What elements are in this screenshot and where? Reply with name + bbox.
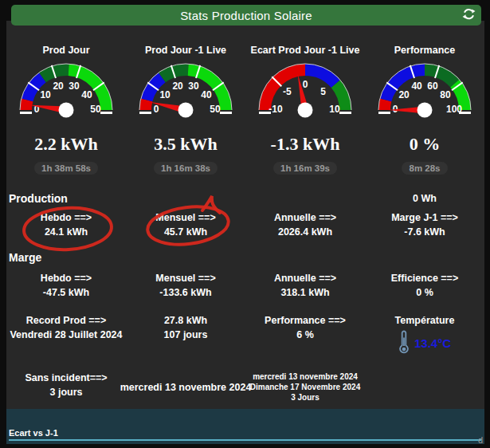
gauge-title: Prod Jour: [42, 45, 89, 57]
stat-marge-hebdo: Hebdo ==> -47.5 kWh: [6, 273, 126, 298]
gauge-title: Ecart Prod Jour -1 Live: [251, 45, 360, 57]
page-title: Stats Production Solaire: [180, 9, 312, 22]
stat-label: Mensuel ==>: [155, 212, 215, 223]
stat-value: -47.5 kWh: [43, 287, 89, 298]
gauge-prod-jour: Prod Jour 01020304050 2.2 kWh 1h 38m 58s: [6, 45, 126, 175]
stat-value: 2026.4 kWh: [278, 226, 332, 238]
stat-value: -7.6 kWh: [404, 226, 445, 238]
records-row: Record Prod ==> Vendredi 28 Juillet 2024…: [6, 315, 484, 357]
empty-cell: [365, 372, 484, 402]
ecart-chart-panel: Ecart vs J-1 d: [6, 409, 484, 444]
stat-efficience: Efficience ==> 0 %: [365, 273, 484, 298]
stats-card: Prod Jour 01020304050 2.2 kWh 1h 38m 58s…: [6, 21, 484, 444]
svg-text:10: 10: [40, 89, 51, 100]
svg-text:0: 0: [303, 79, 308, 90]
stat-marge-annuelle: Annuelle ==> 318.1 kWh: [245, 273, 365, 298]
gauge-value: 0 %: [410, 134, 441, 155]
incidents-row: Sans incident==> 3 jours mercredi 13 nov…: [6, 372, 484, 402]
instant-production-value: 0 Wh: [413, 193, 437, 204]
gauge-dial: 020406080100: [367, 61, 483, 126]
stat-label: Hebdo ==>: [41, 212, 92, 223]
stat-production-marge-j1: Marge J-1 ==> -7.6 kWh: [365, 212, 484, 238]
svg-text:30: 30: [188, 81, 199, 92]
stat-label: Marge J-1 ==>: [391, 212, 458, 223]
svg-text:80: 80: [440, 89, 451, 100]
stat-value: 3 jours: [50, 387, 83, 398]
svg-text:20: 20: [53, 81, 64, 92]
stat-label: Efficience ==>: [391, 273, 458, 284]
date-text: mercredi 13 novembre 2024: [120, 382, 252, 393]
svg-text:20: 20: [398, 89, 410, 100]
stat-value: Vendredi 28 Juillet 2024: [10, 329, 122, 340]
stat-production-mensuel: Mensuel ==> 45.7 kWh: [126, 212, 245, 238]
svg-text:100: 100: [446, 104, 462, 115]
stat-label: Annuelle ==>: [274, 212, 336, 223]
svg-text:10: 10: [159, 89, 171, 100]
stat-label: Performance ==>: [265, 315, 346, 326]
stat-sans-incident: Sans incident==> 3 jours: [6, 372, 126, 402]
stat-label: Sans incident==>: [25, 372, 107, 383]
stat-value: 45.7 kWh: [164, 226, 207, 238]
svg-text:10: 10: [329, 104, 340, 115]
date-range-block: mercredi 13 novembre 2024 Dimanche 17 No…: [245, 372, 365, 402]
production-section-label: Production: [6, 192, 68, 205]
gauge-ecart-prod: Ecart Prod Jour -1 Live -10-50510 -1.3 k…: [245, 45, 365, 175]
stat-label: Mensuel ==>: [155, 273, 215, 284]
gauge-dial: -10-50510: [247, 61, 363, 126]
svg-text:50: 50: [90, 104, 101, 115]
gauge-title: Prod Jour -1 Live: [145, 45, 226, 57]
stat-label: Hebdo ==>: [41, 273, 92, 284]
stat-label: Record Prod ==>: [26, 315, 106, 326]
gauge-elapsed-badge: 8m 28s: [402, 162, 447, 175]
gauge-dial: 01020304050: [127, 61, 244, 126]
stat-value: 27.8 kWh: [164, 315, 207, 326]
svg-text:40: 40: [201, 89, 212, 100]
chart-axis-line: [9, 439, 481, 441]
range-duration: 3 Jours: [291, 393, 319, 402]
svg-text:0: 0: [393, 104, 398, 115]
marge-stats-row: Hebdo ==> -47.5 kWh Mensuel ==> -133.6 k…: [6, 273, 484, 298]
range-start: mercredi 13 novembre 2024: [253, 372, 358, 381]
marge-section-head: Marge: [6, 251, 484, 264]
svg-text:60: 60: [427, 81, 438, 92]
stat-production-annuelle: Annuelle ==> 2026.4 kWh: [245, 212, 365, 238]
stat-value: 24.1 kWh: [45, 226, 88, 238]
stat-temperature: Température 13.4°C: [365, 315, 484, 357]
ecart-chart-title: Ecart vs J-1: [9, 428, 58, 438]
stat-value: 6 %: [296, 329, 314, 340]
stat-record-prod: Record Prod ==> Vendredi 28 Juillet 2024: [6, 315, 126, 357]
widget-header: Stats Production Solaire: [11, 5, 481, 26]
gauge-prod-jour-1-live: Prod Jour -1 Live 01020304050 3.5 kWh 1h…: [126, 45, 245, 175]
stat-record-performance: Performance ==> 6 %: [245, 315, 365, 357]
svg-text:40: 40: [81, 89, 92, 100]
gauge-performance: Performance 020406080100 0 % 8m 28s: [365, 45, 484, 175]
gauge-elapsed-badge: 1h 16m 39s: [273, 162, 337, 175]
gauge-elapsed-badge: 1h 38m 58s: [34, 162, 98, 175]
gauge-elapsed-badge: 1h 16m 38s: [154, 162, 218, 175]
temperature-value: 13.4°C: [414, 336, 451, 350]
svg-text:-10: -10: [269, 104, 283, 115]
range-end: Dimanche 17 Novembre 2024: [250, 383, 360, 391]
gauge-value: -1.3 kWh: [271, 134, 340, 155]
refresh-button[interactable]: [461, 8, 476, 22]
stat-record-values: 27.8 kWh 107 jours: [126, 315, 245, 357]
thermometer-icon: [398, 329, 410, 357]
gauges-row: Prod Jour 01020304050 2.2 kWh 1h 38m 58s…: [6, 45, 484, 175]
refresh-icon: [462, 7, 476, 24]
marge-section-label: Marge: [6, 251, 41, 264]
svg-text:20: 20: [172, 81, 183, 92]
svg-text:5: 5: [320, 86, 326, 97]
stat-label: Annuelle ==>: [274, 273, 336, 284]
stat-value: -133.6 kWh: [159, 287, 211, 298]
current-date: mercredi 13 novembre 2024: [126, 372, 245, 402]
stat-value: 0 %: [416, 287, 433, 298]
svg-text:40: 40: [411, 81, 422, 92]
temperature-label: Température: [395, 315, 455, 326]
stat-value: 107 jours: [164, 329, 208, 340]
gauge-value: 3.5 kWh: [154, 134, 217, 155]
stat-value: 318.1 kWh: [280, 287, 329, 298]
stray-character: d: [478, 435, 483, 445]
gauge-title: Performance: [394, 45, 455, 57]
stat-marge-mensuel: Mensuel ==> -133.6 kWh: [126, 273, 245, 298]
svg-text:30: 30: [69, 81, 80, 92]
